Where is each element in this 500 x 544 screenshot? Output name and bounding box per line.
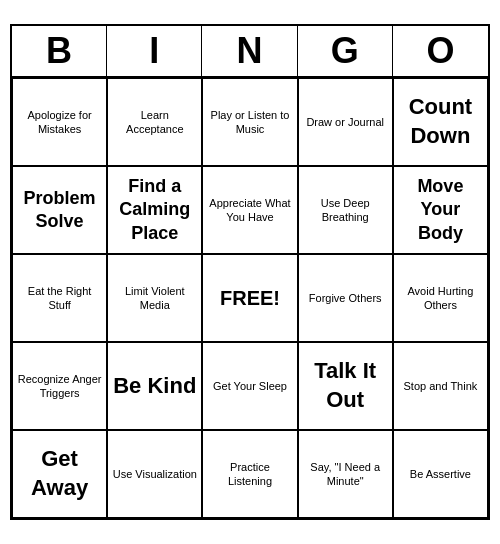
bingo-cell-22: Practice Listening [202, 430, 297, 518]
bingo-cell-5: Problem Solve [12, 166, 107, 254]
bingo-cell-19: Stop and Think [393, 342, 488, 430]
bingo-cell-21: Use Visualization [107, 430, 202, 518]
bingo-cell-18: Talk It Out [298, 342, 393, 430]
bingo-cell-11: Limit Violent Media [107, 254, 202, 342]
bingo-cell-12: FREE! [202, 254, 297, 342]
bingo-cell-24: Be Assertive [393, 430, 488, 518]
bingo-cell-20: Get Away [12, 430, 107, 518]
header-letter-g: G [298, 26, 393, 76]
bingo-cell-4: Count Down [393, 78, 488, 166]
bingo-cell-2: Play or Listen to Music [202, 78, 297, 166]
bingo-cell-14: Avoid Hurting Others [393, 254, 488, 342]
bingo-cell-16: Be Kind [107, 342, 202, 430]
bingo-cell-3: Draw or Journal [298, 78, 393, 166]
header-letter-i: I [107, 26, 202, 76]
bingo-cell-8: Use Deep Breathing [298, 166, 393, 254]
bingo-cell-23: Say, "I Need a Minute" [298, 430, 393, 518]
bingo-cell-9: Move Your Body [393, 166, 488, 254]
bingo-cell-10: Eat the Right Stuff [12, 254, 107, 342]
header-letter-b: B [12, 26, 107, 76]
bingo-grid: Apologize for MistakesLearn AcceptancePl… [12, 78, 488, 518]
header-letter-o: O [393, 26, 488, 76]
bingo-cell-6: Find a Calming Place [107, 166, 202, 254]
bingo-header: BINGO [12, 26, 488, 78]
bingo-cell-13: Forgive Others [298, 254, 393, 342]
bingo-cell-17: Get Your Sleep [202, 342, 297, 430]
bingo-card: BINGO Apologize for MistakesLearn Accept… [10, 24, 490, 520]
bingo-cell-1: Learn Acceptance [107, 78, 202, 166]
header-letter-n: N [202, 26, 297, 76]
bingo-cell-15: Recognize Anger Triggers [12, 342, 107, 430]
bingo-cell-7: Appreciate What You Have [202, 166, 297, 254]
bingo-cell-0: Apologize for Mistakes [12, 78, 107, 166]
